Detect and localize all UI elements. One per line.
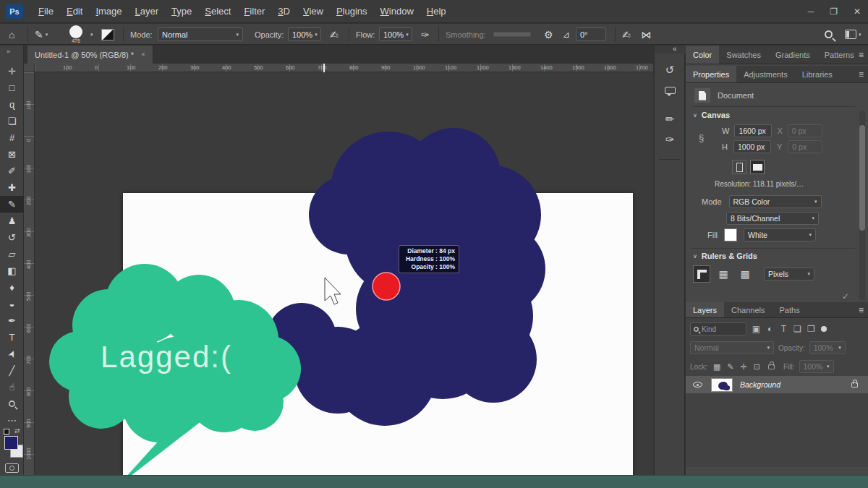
menu-plugins[interactable]: Plugins: [330, 3, 374, 20]
zoom-tool[interactable]: [0, 395, 24, 412]
home-icon[interactable]: ⌂: [9, 29, 14, 40]
lock-move-icon[interactable]: ✛: [741, 362, 747, 371]
panel-menu-icon[interactable]: ≡: [859, 50, 864, 60]
chevron-down-icon[interactable]: ▾: [46, 32, 48, 38]
tab-layers[interactable]: Layers: [686, 302, 724, 317]
canvas-pasteboard[interactable]: [35, 72, 653, 475]
filter-shape-layers-icon[interactable]: ❏: [791, 324, 804, 334]
panel-menu-icon[interactable]: ≡: [859, 69, 864, 80]
tool-presets-panel-icon[interactable]: ✑: [655, 133, 685, 146]
menu-edit[interactable]: Edit: [60, 3, 89, 20]
link-dimensions-icon[interactable]: §: [699, 132, 704, 143]
restore-icon[interactable]: ❐: [830, 7, 838, 17]
height-input[interactable]: 1000 px: [733, 140, 771, 153]
airbrush-icon[interactable]: ✑: [421, 29, 430, 40]
move-tool[interactable]: ✛: [0, 63, 24, 80]
menu-view[interactable]: View: [297, 3, 330, 20]
history-panel-icon[interactable]: ↺: [655, 64, 685, 77]
blend-mode-select[interactable]: Normal▾: [158, 27, 243, 41]
edit-toolbar[interactable]: ⋯: [0, 412, 24, 429]
default-colors-icon[interactable]: [4, 429, 9, 435]
tab-adjustments[interactable]: Adjustments: [736, 66, 795, 82]
brush-preset-icon[interactable]: ✎: [35, 29, 43, 40]
size-pressure-icon[interactable]: ✍: [622, 29, 631, 40]
tab-paths[interactable]: Paths: [773, 302, 807, 317]
line-tool[interactable]: ╱: [0, 362, 24, 379]
layer-fill-input[interactable]: 100%▾: [799, 360, 834, 373]
opacity-input[interactable]: 100%▾: [288, 27, 321, 41]
menu-filter[interactable]: Filter: [237, 3, 271, 20]
foreground-color-swatch[interactable]: [4, 436, 18, 450]
collapse-section-icon[interactable]: ∨: [693, 253, 697, 260]
ruler-corner[interactable]: [24, 64, 35, 72]
tab-libraries[interactable]: Libraries: [795, 66, 840, 82]
vertical-ruler[interactable]: 10001002003004005006007008009001000: [24, 72, 35, 475]
gradient-tool[interactable]: ◧: [0, 262, 24, 279]
minimize-icon[interactable]: ─: [808, 7, 814, 17]
confirm-check-icon[interactable]: ✓: [842, 291, 849, 301]
close-tab-icon[interactable]: ×: [141, 51, 145, 59]
hand-tool[interactable]: ☝: [0, 379, 24, 395]
color-mode-select[interactable]: RGB Color▾: [729, 195, 822, 208]
bit-depth-select[interactable]: 8 Bits/Channel▾: [726, 212, 819, 225]
orientation-landscape-button[interactable]: [750, 160, 765, 174]
width-input[interactable]: 1600 px: [734, 124, 772, 137]
toggle-rulers-button[interactable]: [693, 265, 710, 283]
filter-type-layers-icon[interactable]: T: [777, 324, 791, 334]
layer-filter-toggle[interactable]: [821, 326, 827, 332]
healing-brush-tool[interactable]: ✚: [0, 179, 24, 196]
lasso-tool[interactable]: ɋ: [0, 96, 24, 113]
comments-panel-icon[interactable]: [665, 87, 676, 94]
tab-swatches[interactable]: Swatches: [719, 46, 768, 64]
lock-transparency-icon[interactable]: ▦: [713, 362, 720, 371]
layer-visibility-icon[interactable]: [693, 382, 702, 388]
lock-all-icon[interactable]: [768, 364, 775, 369]
menu-image[interactable]: Image: [89, 3, 128, 20]
type-tool[interactable]: T: [0, 329, 24, 346]
layer-blend-mode-select[interactable]: Normal▾: [690, 341, 774, 354]
workspace-switcher-icon[interactable]: [845, 30, 856, 39]
opacity-pressure-icon[interactable]: ✍: [330, 29, 339, 40]
object-selection-tool[interactable]: ❏: [0, 113, 24, 129]
pen-tool[interactable]: ✒: [0, 312, 24, 329]
collapse-section-icon[interactable]: ∨: [693, 112, 697, 119]
menu-select[interactable]: Select: [198, 3, 237, 20]
eraser-tool[interactable]: ▱: [0, 246, 24, 262]
close-icon[interactable]: ✕: [854, 7, 861, 17]
orientation-portrait-button[interactable]: [732, 160, 746, 174]
quick-mask-button[interactable]: [5, 463, 19, 473]
filter-smart-objects-icon[interactable]: ❐: [804, 324, 818, 334]
brush-angle-input[interactable]: 0°: [576, 27, 606, 41]
layer-opacity-input[interactable]: 100%▾: [809, 341, 846, 354]
tab-gradients[interactable]: Gradients: [768, 46, 817, 64]
layer-row-background[interactable]: Background: [686, 376, 868, 393]
panel-menu-icon[interactable]: ≡: [859, 305, 864, 315]
marquee-tool[interactable]: □: [0, 80, 24, 96]
canvas-fill-swatch[interactable]: [724, 228, 737, 241]
menu-layer[interactable]: Layer: [129, 3, 166, 20]
flow-input[interactable]: 100%▾: [379, 27, 412, 41]
tab-channels[interactable]: Channels: [724, 302, 772, 317]
brush-settings-panel-icon[interactable]: ✏: [655, 113, 685, 126]
chevron-down-icon[interactable]: ▾: [90, 32, 93, 38]
eyedropper-tool[interactable]: ✐: [0, 163, 24, 179]
canvas-fill-select[interactable]: White▾: [744, 228, 816, 241]
blur-tool[interactable]: ♦: [0, 279, 24, 296]
search-icon[interactable]: [825, 30, 833, 38]
smoothing-slider[interactable]: [493, 32, 531, 37]
clone-stamp-tool[interactable]: ♟: [0, 213, 24, 229]
history-brush-tool[interactable]: ↺: [0, 229, 24, 246]
paint-symmetry-icon[interactable]: ⋈: [641, 29, 651, 40]
path-select-tool[interactable]: ➤: [0, 346, 24, 362]
layer-filter-kind-select[interactable]: Kind: [690, 322, 746, 335]
tab-properties[interactable]: Properties: [686, 66, 736, 82]
document-tab[interactable]: Untitled-1 @ 50% (RGB/8) * ×: [27, 46, 153, 64]
dodge-tool[interactable]: ◒: [0, 296, 24, 312]
x-input[interactable]: 0 px: [788, 124, 822, 137]
filter-pixel-layers-icon[interactable]: ▣: [749, 324, 763, 334]
menu-type[interactable]: Type: [165, 3, 198, 20]
menu-help[interactable]: Help: [420, 3, 453, 20]
menu-3d[interactable]: 3D: [271, 3, 297, 20]
lock-paint-icon[interactable]: ✎: [727, 362, 733, 371]
collapse-dock-icon[interactable]: «: [673, 45, 677, 53]
